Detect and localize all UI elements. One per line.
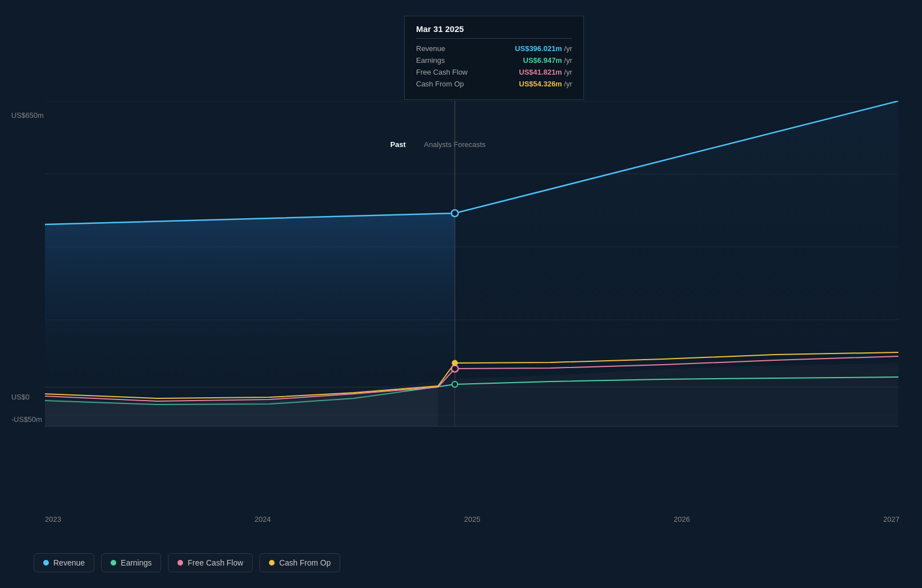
tooltip-label-fcf: Free Cash Flow <box>416 68 489 76</box>
legend-item-fcf[interactable]: Free Cash Flow <box>168 553 253 572</box>
tooltip-row-revenue: Revenue US$396.021m /yr <box>416 44 572 53</box>
x-label-2024: 2024 <box>254 515 271 523</box>
y-label-neg: -US$50m <box>11 415 42 424</box>
legend-dot-revenue <box>43 560 49 566</box>
x-axis-labels: 2023 2024 2025 2026 2027 <box>45 515 900 523</box>
y-label-zero: US$0 <box>11 393 30 401</box>
tooltip-label-cashop: Cash From Op <box>416 80 489 88</box>
x-label-2026: 2026 <box>674 515 690 523</box>
tooltip-value-revenue: US$396.021m /yr <box>515 44 572 53</box>
legend-item-earnings[interactable]: Earnings <box>101 553 161 572</box>
legend-label-cashop: Cash From Op <box>279 558 331 567</box>
legend: Revenue Earnings Free Cash Flow Cash Fro… <box>34 553 340 572</box>
legend-dot-fcf <box>177 560 183 566</box>
tooltip-value-cashop: US$54.326m /yr <box>519 80 572 88</box>
tooltip-value-earnings: US$6.947m /yr <box>523 56 572 65</box>
legend-item-revenue[interactable]: Revenue <box>34 553 94 572</box>
tooltip-row-earnings: Earnings US$6.947m /yr <box>416 56 572 65</box>
x-label-2023: 2023 <box>45 515 61 523</box>
legend-dot-cashop <box>269 560 275 566</box>
tooltip-label-revenue: Revenue <box>416 44 489 53</box>
legend-label-fcf: Free Cash Flow <box>188 558 243 567</box>
tooltip-value-fcf: US$41.821m /yr <box>519 68 572 76</box>
legend-label-revenue: Revenue <box>53 558 85 567</box>
tooltip-row-fcf: Free Cash Flow US$41.821m /yr <box>416 68 572 76</box>
tooltip-box: Mar 31 2025 Revenue US$396.021m /yr Earn… <box>404 16 584 100</box>
svg-point-9 <box>452 360 458 366</box>
legend-item-cashop[interactable]: Cash From Op <box>259 553 340 572</box>
y-label-top: US$650m <box>11 111 44 120</box>
tooltip-row-cashop: Cash From Op US$54.326m /yr <box>416 80 572 88</box>
legend-label-earnings: Earnings <box>121 558 152 567</box>
tooltip-label-earnings: Earnings <box>416 56 489 65</box>
x-label-2025: 2025 <box>464 515 481 523</box>
legend-dot-earnings <box>111 560 116 566</box>
chart-container: US$650m US$0 -US$50m Past Analysts Forec… <box>0 0 922 588</box>
svg-point-8 <box>451 365 458 372</box>
x-label-2027: 2027 <box>883 515 900 523</box>
svg-point-7 <box>451 210 458 217</box>
tooltip-date: Mar 31 2025 <box>416 24 572 39</box>
svg-point-10 <box>452 382 458 387</box>
chart-svg <box>45 101 898 438</box>
